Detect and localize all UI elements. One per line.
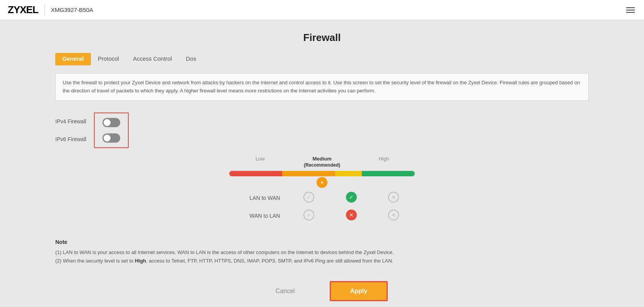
bar-segment-orange	[282, 171, 335, 176]
buttons-row: Cancel Apply	[55, 281, 589, 301]
ipv6-toggle[interactable]	[102, 133, 120, 143]
tab-protocol[interactable]: Protocol	[91, 53, 126, 65]
x-red-icon	[346, 210, 357, 220]
notes-high-bold: High	[135, 258, 146, 264]
hamburger-menu-button[interactable]	[625, 6, 636, 14]
info-description: Use the firewall to protect your Zyxel D…	[55, 73, 589, 101]
rules-table: LAN to WAN WAN to LAN	[229, 192, 415, 227]
label-high: High	[353, 156, 415, 169]
x-grey-icon	[388, 192, 399, 203]
tab-bar: General Protocol Access Control Dos	[55, 53, 589, 65]
rule-wan-lan-high	[372, 210, 415, 222]
firewall-toggles-section: IPv4 FirewallIPv6 Firewall	[55, 113, 589, 148]
device-name: XMG3927-B50A	[51, 7, 93, 13]
header: ZYXEL XMG3927-B50A	[0, 0, 644, 20]
check-green-icon	[346, 192, 357, 203]
notes-line-2: (2) When the security level is set to Hi…	[55, 257, 589, 265]
bar-segment-green	[362, 171, 415, 176]
tab-dos[interactable]: Dos	[179, 53, 203, 65]
bar-segment-red	[229, 171, 282, 176]
label-low: Low	[229, 156, 291, 169]
rule-wan-lan-label: WAN to LAN	[229, 213, 288, 219]
tab-general[interactable]: General	[55, 53, 91, 65]
label-medium: Medium(Recommended)	[291, 156, 353, 169]
notes-line-1: (1) LAN to WAN is your access to all Int…	[55, 248, 589, 257]
toggle-box	[94, 113, 129, 148]
table-row-wan-to-lan: WAN to LAN	[229, 210, 415, 222]
check-grey-icon	[303, 192, 314, 203]
slider-thumb-area: ▼	[229, 176, 415, 188]
cancel-button[interactable]: Cancel	[256, 282, 314, 300]
main-content: Firewall General Protocol Access Control…	[32, 20, 612, 307]
zyxel-logo: ZYXEL	[8, 4, 38, 16]
header-left: ZYXEL XMG3927-B50A	[8, 4, 93, 16]
security-labels-row: Low Medium(Recommended) High	[229, 156, 415, 169]
ipv4-firewall-label: IPv4 Firewall	[55, 114, 86, 128]
tab-access-control[interactable]: Access Control	[126, 53, 179, 65]
notes-title: Note	[55, 239, 589, 245]
apply-button[interactable]: Apply	[330, 281, 388, 301]
hamburger-line-1	[626, 7, 635, 8]
page-title: Firewall	[55, 32, 589, 44]
toggle-labels-col: IPv4 FirewallIPv6 Firewall	[55, 113, 94, 148]
ipv4-toggle[interactable]	[102, 118, 120, 127]
hamburger-line-3	[626, 12, 635, 13]
header-divider	[44, 5, 45, 15]
bar-segment-yellow	[335, 171, 362, 176]
table-row-lan-to-wan: LAN to WAN	[229, 192, 415, 204]
toggle-labels-container: IPv4 FirewallIPv6 Firewall	[55, 113, 589, 148]
slider-thumb[interactable]: ▼	[317, 177, 327, 188]
rule-wan-lan-medium	[330, 210, 373, 222]
rule-lan-wan-low	[288, 192, 330, 204]
rule-lan-wan-medium	[330, 192, 373, 204]
rule-lan-wan-high	[372, 192, 415, 204]
x-grey-icon-2	[388, 210, 399, 220]
check-grey-icon-2	[303, 210, 314, 220]
ipv6-firewall-label: IPv6 Firewall	[55, 132, 86, 146]
security-level-section: Low Medium(Recommended) High ▼ LAN to WA…	[55, 156, 589, 228]
hamburger-line-2	[626, 10, 635, 10]
rule-lan-wan-label: LAN to WAN	[229, 195, 288, 201]
security-color-bar	[229, 171, 415, 176]
rule-wan-lan-low	[288, 210, 330, 222]
notes-section: Note (1) LAN to WAN is your access to al…	[55, 239, 589, 265]
